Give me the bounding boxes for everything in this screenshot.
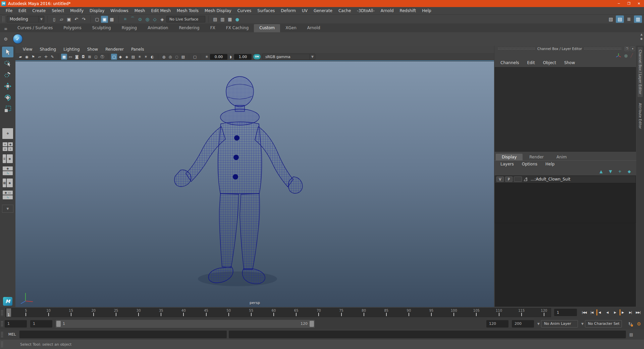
shelf-menu-icon[interactable]: ≡	[2, 26, 9, 32]
menu-item[interactable]: Display	[87, 7, 107, 15]
layer-editor-tab[interactable]: Display	[496, 154, 523, 160]
shelf-tab[interactable]: Polygons	[58, 24, 87, 32]
maya-logo-icon[interactable]: M	[3, 297, 12, 306]
shelf-tab[interactable]: Curves / Surfaces	[12, 24, 58, 32]
minimize-button[interactable]: ─	[614, 0, 624, 7]
script-editor-icon[interactable]: ▤	[628, 331, 635, 338]
menu-item[interactable]: File	[3, 7, 15, 15]
film-gate-icon[interactable]: ▭	[67, 54, 73, 60]
channel-box-empty-area[interactable]	[495, 67, 636, 152]
channel-box-menu-item[interactable]: Object	[540, 60, 559, 65]
auto-keyframe-toggle[interactable]: ↻	[627, 320, 634, 328]
current-frame-marker[interactable]: 1	[6, 308, 11, 317]
animation-preferences-icon[interactable]: ⚙	[635, 320, 643, 328]
menu-item[interactable]: Surfaces	[254, 7, 278, 15]
separator[interactable]	[208, 16, 209, 22]
menu-item[interactable]: -3DtoAll-	[354, 7, 377, 15]
layer-editor-tab[interactable]: Anim	[550, 154, 573, 160]
render-current-frame-icon[interactable]: ●	[234, 16, 241, 23]
gamma-selector[interactable]: sRGB gamma ▼	[262, 54, 315, 60]
scroll-thumb-icon[interactable]: ●	[640, 37, 643, 40]
motion-trails-icon[interactable]: ◌	[174, 54, 180, 60]
rotate-tool-button[interactable]	[2, 92, 13, 103]
drag-handle[interactable]	[584, 47, 622, 50]
contrast-icon[interactable]: ◗	[228, 54, 234, 60]
color-management-toggle[interactable]: ON	[253, 54, 261, 59]
close-button[interactable]: ✕	[634, 0, 644, 7]
clown-wireframe-model[interactable]	[160, 71, 317, 302]
xray-icon[interactable]: ◍	[161, 54, 167, 60]
exposure-field[interactable]	[210, 54, 227, 60]
command-language-toggle[interactable]: MEL	[5, 332, 19, 337]
layer-editor-menu-item[interactable]: Options	[519, 162, 541, 166]
snap-point-icon[interactable]: ⊙	[137, 16, 144, 23]
playback-end-field[interactable]	[486, 320, 508, 328]
new-empty-layer-icon[interactable]: +	[617, 169, 623, 174]
chevron-down-icon[interactable]: ▼	[39, 16, 44, 22]
grid-icon[interactable]: ▦	[61, 54, 67, 60]
menu-item[interactable]: Edit Mesh	[148, 7, 174, 15]
panel-menu-item[interactable]: Panels	[128, 47, 148, 52]
speed-ramp-icon[interactable]: ●	[624, 53, 628, 58]
gate-mask-icon[interactable]: ◘	[80, 54, 86, 60]
select-hierarchy-icon[interactable]: ▢	[94, 16, 101, 23]
grip-handle[interactable]	[1, 332, 3, 338]
channel-box-menu-item[interactable]: Edit	[524, 60, 538, 65]
menu-item[interactable]: Generate	[311, 7, 335, 15]
isolate-select-icon[interactable]: ▢	[192, 54, 198, 60]
layer-editor-menu-item[interactable]: Help	[542, 162, 558, 166]
bookmark-icon[interactable]: ⚑	[30, 54, 36, 60]
channelbox-persp-layout-button[interactable]: ▦◆	[2, 178, 13, 188]
separator[interactable]	[90, 16, 91, 22]
camera-attributes-icon[interactable]: ◉	[24, 54, 30, 60]
separator[interactable]	[47, 16, 48, 22]
field-chart-icon[interactable]: ⊞	[87, 54, 93, 60]
shelf-tab[interactable]: Custom	[254, 24, 280, 32]
go-to-start-button[interactable]: |◀◀	[580, 308, 588, 316]
layer-playback-toggle[interactable]: P	[505, 177, 513, 182]
animation-end-field[interactable]	[512, 320, 534, 328]
select-camera-icon[interactable]: ▰	[17, 54, 23, 60]
go-to-end-button[interactable]: ▶▶|	[634, 308, 642, 316]
slider-mode-icon[interactable]: ╱	[631, 53, 633, 58]
use-all-lights-icon[interactable]: ✳	[137, 54, 143, 60]
shadows-icon[interactable]: ☀	[143, 54, 149, 60]
lasso-tool-button[interactable]	[2, 58, 13, 69]
new-scene-icon[interactable]: ▯	[51, 16, 58, 23]
grip-handle[interactable]	[1, 321, 3, 327]
menu-item[interactable]: Cache	[335, 7, 354, 15]
outliner-persp-layout-button[interactable]: ≣◆	[2, 154, 13, 164]
menu-item[interactable]: Mesh Tools	[174, 7, 202, 15]
textured-display-icon[interactable]: ▨	[130, 54, 136, 60]
modeling-toolkit-icon[interactable]: ▧	[607, 15, 615, 23]
range-start-handle[interactable]	[56, 321, 61, 327]
select-component-icon[interactable]: ▩	[108, 16, 115, 23]
channel-box-header[interactable]: Channel Box / Layer Editor ❐✕	[494, 46, 636, 52]
menu-item[interactable]: Deform	[278, 7, 299, 15]
manipulator-axis-icon[interactable]	[616, 53, 621, 58]
play-backwards-button[interactable]: ◀	[603, 308, 611, 316]
menu-item[interactable]: Redshift	[397, 7, 419, 15]
layer-row[interactable]: V P ...:Adult_Clown_Suit	[495, 176, 636, 183]
make-live-icon[interactable]: ◈	[159, 16, 166, 23]
anim-layer-selector[interactable]: ▼ No Anim Layer	[537, 320, 578, 328]
open-scene-icon[interactable]: ▱	[58, 16, 65, 23]
range-end-handle[interactable]	[310, 321, 314, 327]
paint-select-tool-button[interactable]	[2, 69, 13, 80]
shelf-tab[interactable]: XGen	[280, 24, 302, 32]
command-input[interactable]	[19, 331, 227, 338]
shelf-tab[interactable]: Rendering	[173, 24, 205, 32]
panel-menu-item[interactable]: Lighting	[60, 47, 83, 52]
shelf-tab[interactable]: Arnold	[302, 24, 326, 32]
shaded-wireframe-icon[interactable]: ◈	[124, 54, 130, 60]
menu-item[interactable]: Mesh Display	[202, 7, 234, 15]
maximize-button[interactable]: ❐	[624, 0, 634, 7]
layer-editor-toggle-icon[interactable]: ▥	[634, 15, 642, 23]
undo-icon[interactable]: ↶	[73, 16, 80, 23]
float-panel-icon[interactable]: ❐	[625, 47, 629, 51]
snap-view-plane-icon[interactable]: ◇	[151, 16, 158, 23]
wireframe-display-icon[interactable]: ▢	[111, 54, 117, 60]
menu-item[interactable]: Curves	[234, 7, 255, 15]
step-back-frame-button[interactable]: |◀	[588, 308, 596, 316]
snap-projected-center-icon[interactable]: ◎	[144, 16, 151, 23]
